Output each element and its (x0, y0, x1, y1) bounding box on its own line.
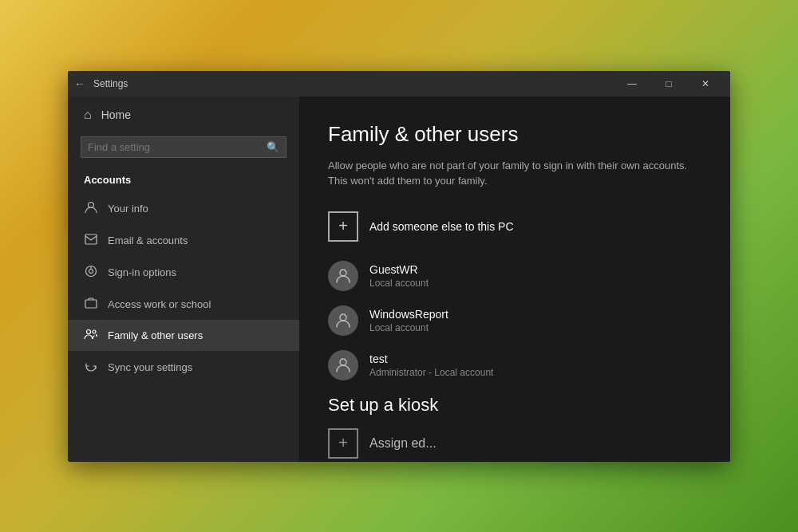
user-avatar-test (328, 350, 358, 380)
family-users-icon (84, 329, 98, 342)
add-icon-box: + (328, 211, 358, 242)
search-bar[interactable]: 🔍 (81, 136, 286, 158)
sidebar-item-sign-in[interactable]: Sign-in options (68, 256, 299, 289)
user-name-test: test (369, 353, 493, 365)
search-input[interactable] (88, 141, 262, 153)
content-area: Family & other users Allow people who ar… (299, 97, 730, 462)
section-label: Accounts (68, 169, 299, 192)
user-type-windowsreport: Local account (369, 322, 448, 333)
email-icon (84, 234, 98, 247)
window-controls: — □ ✕ (614, 71, 724, 97)
kiosk-icon-box: + (328, 428, 358, 459)
user-avatar-guestwr (328, 261, 358, 291)
kiosk-add-label: Assign ed... (369, 436, 437, 451)
sidebar-item-sync-settings[interactable]: Sync your settings (68, 351, 299, 384)
kiosk-plus-icon: + (338, 434, 348, 452)
sign-in-icon (84, 265, 98, 280)
sidebar-item-home[interactable]: ⌂ Home (68, 97, 299, 133)
restore-button[interactable]: □ (650, 71, 687, 97)
plus-icon: + (338, 217, 348, 235)
sidebar-item-your-info[interactable]: Your info (68, 192, 299, 225)
sidebar-item-email-accounts[interactable]: Email & accounts (68, 225, 299, 256)
user-type-test: Administrator - Local account (369, 367, 493, 378)
title-bar: ← Settings — □ ✕ (68, 71, 730, 97)
svg-rect-1 (85, 234, 97, 244)
page-description: Allow people who are not part of your fa… (328, 158, 701, 189)
sidebar-item-family-users[interactable]: Family & other users (68, 320, 299, 351)
sidebar: ⌂ Home 🔍 Accounts Your info (68, 97, 299, 462)
main-area: ⌂ Home 🔍 Accounts Your info (68, 97, 730, 462)
work-school-icon (84, 298, 98, 311)
email-accounts-label: Email & accounts (108, 234, 188, 246)
user-type-guestwr: Local account (369, 278, 429, 289)
family-users-label: Family & other users (108, 329, 203, 341)
your-info-icon (84, 201, 98, 216)
work-school-label: Access work or school (108, 298, 211, 310)
kiosk-title: Set up a kiosk (328, 395, 701, 416)
svg-point-3 (89, 269, 93, 273)
user-entry-guestwr[interactable]: GuestWR Local account (328, 261, 701, 291)
sign-in-label: Sign-in options (108, 266, 176, 278)
svg-rect-5 (85, 300, 97, 308)
svg-point-6 (87, 329, 91, 333)
back-button[interactable]: ← (74, 77, 85, 90)
window-title: Settings (93, 78, 614, 89)
sidebar-item-work-school[interactable]: Access work or school (68, 289, 299, 320)
home-icon: ⌂ (84, 108, 92, 122)
close-button[interactable]: ✕ (687, 71, 724, 97)
user-entry-test[interactable]: test Administrator - Local account (328, 350, 701, 380)
svg-point-11 (340, 314, 346, 321)
your-info-label: Your info (108, 203, 148, 215)
sync-icon (84, 360, 98, 375)
page-title: Family & other users (328, 122, 701, 147)
sync-settings-label: Sync your settings (108, 361, 192, 373)
svg-line-9 (97, 334, 97, 337)
add-user-label: Add someone else to this PC (369, 220, 514, 233)
user-avatar-windowsreport (328, 305, 358, 336)
kiosk-add-button[interactable]: + Assign ed... (328, 428, 701, 459)
svg-point-10 (340, 270, 346, 276)
svg-point-12 (340, 359, 346, 365)
search-icon[interactable]: 🔍 (267, 141, 279, 153)
user-name-guestwr: GuestWR (369, 263, 429, 276)
settings-window: ← Settings — □ ✕ ⌂ Home 🔍 Accounts (68, 71, 730, 462)
add-user-button[interactable]: + Add someone else to this PC (328, 211, 701, 242)
user-entry-windowsreport[interactable]: WindowsReport Local account (328, 305, 701, 336)
user-name-windowsreport: WindowsReport (369, 308, 448, 321)
svg-point-7 (93, 330, 96, 333)
home-label: Home (101, 108, 131, 121)
minimize-button[interactable]: — (614, 71, 650, 97)
